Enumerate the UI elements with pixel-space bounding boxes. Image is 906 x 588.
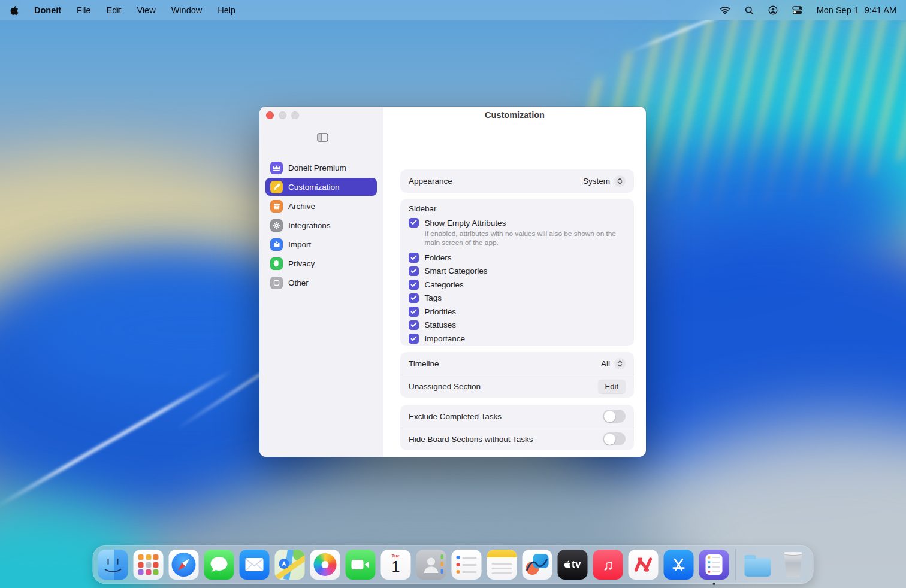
apple-menu-icon[interactable] bbox=[10, 5, 19, 16]
sidebar-item-import[interactable]: Import bbox=[265, 235, 377, 253]
calendar-day: 1 bbox=[392, 559, 400, 574]
sidebar-item-other[interactable]: Other bbox=[265, 274, 377, 292]
sidebar-item-integrations[interactable]: Integrations bbox=[265, 216, 377, 234]
hide-board-sections-toggle[interactable] bbox=[603, 432, 626, 445]
option-description: If enabled, attributes with no values wi… bbox=[425, 229, 626, 247]
sidebar-item-label: Archive bbox=[288, 202, 315, 211]
safari-dock-icon[interactable] bbox=[169, 550, 199, 580]
hand-icon bbox=[270, 257, 283, 270]
doneit-running-indicator bbox=[713, 583, 715, 585]
option-label: Tags bbox=[425, 293, 442, 303]
mail-dock-icon[interactable] bbox=[240, 550, 270, 580]
crown-icon bbox=[270, 162, 283, 174]
sidebar-group-header: Sidebar bbox=[409, 204, 626, 213]
apple-tv-label: tv bbox=[572, 559, 581, 571]
checkbox-checked-icon[interactable] bbox=[409, 320, 419, 331]
control-center-icon[interactable] bbox=[792, 6, 802, 14]
timeline-group: Timeline All Unassigned Section Edit bbox=[400, 352, 634, 398]
menu-item-edit[interactable]: Edit bbox=[106, 5, 121, 15]
doneit-dock-icon[interactable] bbox=[699, 550, 729, 580]
sidebar-item-customization[interactable]: Customization bbox=[265, 178, 377, 196]
sidebar-toggle-icon[interactable] bbox=[317, 133, 328, 144]
music-dock-icon[interactable]: ♫ bbox=[593, 550, 623, 580]
sidebar-item-archive[interactable]: Archive bbox=[265, 197, 377, 215]
appearance-value: System bbox=[583, 177, 610, 186]
window-title: Customization bbox=[383, 110, 646, 120]
paintbrush-icon bbox=[270, 181, 283, 193]
menu-item-window[interactable]: Window bbox=[171, 5, 203, 15]
contacts-dock-icon[interactable] bbox=[416, 550, 446, 580]
appearance-label: Appearance bbox=[409, 177, 452, 186]
sidebar-list: Doneit Premium Customization Archive bbox=[259, 159, 383, 292]
news-dock-icon[interactable] bbox=[629, 550, 659, 580]
close-button[interactable] bbox=[266, 111, 274, 119]
archive-box-icon bbox=[270, 200, 283, 213]
menu-clock[interactable]: Mon Sep 1 9:41 AM bbox=[817, 5, 896, 15]
option-label: Statuses bbox=[425, 320, 457, 330]
sidebar-item-label: Privacy bbox=[288, 259, 315, 268]
unassigned-section-label: Unassigned Section bbox=[409, 382, 481, 391]
option-label: Smart Categories bbox=[425, 266, 488, 276]
wifi-icon[interactable] bbox=[720, 6, 730, 14]
zoom-button bbox=[291, 111, 299, 119]
dock: Tue 1 tv ♫ bbox=[93, 545, 814, 584]
settings-content: Customization Appearance System Sidebar bbox=[383, 107, 646, 457]
appearance-select[interactable]: System bbox=[583, 175, 626, 187]
calendar-dock-icon[interactable]: Tue 1 bbox=[381, 550, 411, 580]
reminders-dock-icon[interactable] bbox=[452, 550, 482, 580]
menu-item-help[interactable]: Help bbox=[218, 5, 235, 15]
menu-app-name[interactable]: Doneit bbox=[34, 5, 61, 15]
folder-dock-icon[interactable] bbox=[743, 550, 773, 580]
checkbox-checked-icon[interactable] bbox=[409, 307, 419, 317]
notes-dock-icon[interactable] bbox=[487, 550, 517, 580]
checkbox-checked-icon[interactable] bbox=[409, 334, 419, 344]
appearance-group: Appearance System bbox=[400, 169, 634, 193]
traffic-lights bbox=[266, 111, 299, 119]
freeform-dock-icon[interactable] bbox=[523, 550, 552, 580]
exclude-completed-tasks-toggle[interactable] bbox=[603, 410, 626, 423]
dock-divider bbox=[736, 549, 736, 580]
spotlight-search-icon[interactable] bbox=[745, 6, 754, 15]
option-smart-categories[interactable]: Smart Categories bbox=[409, 266, 626, 276]
option-importance[interactable]: Importance bbox=[409, 334, 626, 344]
checkbox-checked-icon[interactable] bbox=[409, 218, 419, 228]
import-box-icon bbox=[270, 238, 283, 251]
sidebar-item-doneit-premium[interactable]: Doneit Premium bbox=[265, 159, 377, 177]
photos-dock-icon[interactable] bbox=[310, 550, 340, 580]
apple-tv-dock-icon[interactable]: tv bbox=[558, 550, 588, 580]
sidebar-item-label: Import bbox=[288, 240, 311, 249]
finder-dock-icon[interactable] bbox=[98, 550, 128, 580]
minimize-button bbox=[279, 111, 286, 119]
trash-dock-icon[interactable] bbox=[778, 550, 808, 580]
option-show-empty-attributes[interactable]: Show Empty Attributes If enabled, attrib… bbox=[409, 217, 626, 249]
option-label: Importance bbox=[425, 334, 466, 344]
gear-icon bbox=[270, 219, 283, 232]
checkbox-checked-icon[interactable] bbox=[409, 266, 419, 277]
menu-item-file[interactable]: File bbox=[77, 5, 90, 15]
option-priorities[interactable]: Priorities bbox=[409, 307, 626, 317]
messages-dock-icon[interactable] bbox=[204, 550, 234, 580]
facetime-dock-icon[interactable] bbox=[346, 550, 376, 580]
timeline-label: Timeline bbox=[409, 359, 439, 368]
menu-bar: Doneit File Edit View Window Help bbox=[0, 0, 906, 20]
edit-button[interactable]: Edit bbox=[598, 380, 626, 393]
settings-window: Doneit Premium Customization Archive bbox=[259, 107, 646, 457]
option-label: Folders bbox=[425, 253, 452, 263]
option-folders[interactable]: Folders bbox=[409, 253, 626, 263]
checkbox-checked-icon[interactable] bbox=[409, 280, 419, 290]
user-account-icon[interactable] bbox=[768, 5, 778, 15]
option-tags[interactable]: Tags bbox=[409, 293, 626, 303]
option-label: Categories bbox=[425, 280, 464, 290]
option-statuses[interactable]: Statuses bbox=[409, 320, 626, 330]
square-icon bbox=[270, 277, 283, 289]
hide-board-sections-label: Hide Board Sections without Tasks bbox=[409, 435, 533, 444]
checkbox-checked-icon[interactable] bbox=[409, 253, 419, 263]
sidebar-item-privacy[interactable]: Privacy bbox=[265, 254, 377, 272]
launchpad-dock-icon[interactable] bbox=[134, 550, 164, 580]
checkbox-checked-icon[interactable] bbox=[409, 293, 419, 304]
maps-dock-icon[interactable] bbox=[275, 550, 305, 580]
timeline-select[interactable]: All bbox=[601, 358, 626, 369]
menu-item-view[interactable]: View bbox=[137, 5, 155, 15]
app-store-dock-icon[interactable] bbox=[664, 550, 694, 580]
option-categories[interactable]: Categories bbox=[409, 280, 626, 290]
